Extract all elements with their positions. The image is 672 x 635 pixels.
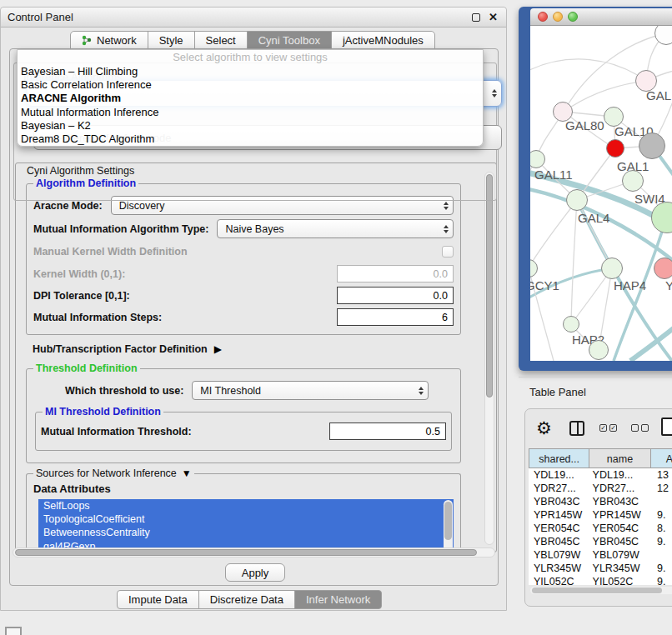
combo-arrows-icon	[444, 220, 449, 238]
tab-style[interactable]: Style	[148, 31, 195, 50]
apply-button[interactable]: Apply	[225, 563, 285, 582]
attributes-scrollbar[interactable]	[444, 500, 453, 552]
network-node-gal1-red[interactable]	[606, 139, 624, 158]
node-label-y: Y	[665, 278, 672, 292]
cell: YBL079W	[589, 548, 650, 562]
zoom-traffic-light[interactable]	[568, 12, 578, 22]
tab-jactivemnodules[interactable]: jActiveMNodules	[331, 31, 435, 50]
table-row[interactable]: YPR145WYPR145W9.	[529, 508, 672, 522]
table-row[interactable]: YBR045CYBR045C9.	[529, 535, 672, 548]
close-traffic-light[interactable]	[538, 12, 548, 22]
cell: 13	[650, 468, 672, 482]
column-header-shared[interactable]: shared...	[529, 448, 589, 468]
minimize-traffic-light[interactable]	[553, 12, 563, 22]
kernel-width-field[interactable]	[337, 265, 454, 282]
attribute-item-topologicalcoefficient[interactable]: TopologicalCoefficient	[38, 512, 454, 526]
mi-steps-field[interactable]	[337, 308, 454, 326]
table-row[interactable]: YLR345WYLR345W9.	[529, 562, 672, 575]
network-window-titlebar	[530, 8, 672, 26]
algorithm-option-dream8-dc-tdc-algorithm[interactable]: Dream8 DC_TDC Algorithm	[18, 132, 483, 146]
new-table-icon[interactable]	[661, 418, 672, 436]
mi-threshold-field[interactable]	[329, 422, 446, 440]
which-threshold-combobox[interactable]: MI Threshold	[192, 381, 429, 400]
column-header-a[interactable]: A	[650, 448, 672, 468]
split-columns-icon[interactable]	[569, 421, 584, 436]
table-row[interactable]: YBR043CYBR043C	[529, 495, 672, 508]
table-header-row: shared...nameA	[529, 448, 672, 468]
tab-infer-network[interactable]: Infer Network	[294, 590, 382, 609]
table-panel: ⚙ ✓✓ shared...nameA YDL19...YDL19...13YD…	[524, 408, 672, 607]
network-canvas[interactable]: GALGAL80GAL10GAL1GAL11SWI4GAL4GCY1HAP4YH…	[530, 26, 672, 361]
cell: YBR043C	[529, 495, 589, 508]
cell: YBR045C	[589, 535, 650, 548]
minimized-panel-icon[interactable]	[5, 627, 22, 635]
network-node-swi4-node[interactable]	[622, 170, 644, 192]
node-label-gal80: GAL80	[565, 118, 604, 132]
algorithm-option-mutual-information-inference[interactable]: Mutual Information Inference	[18, 106, 483, 119]
mi-algorithm-type-label: Mutual Information Algorithm Type:	[33, 223, 208, 235]
cell: YLR345W	[529, 562, 589, 575]
manual-kernel-width-checkbox[interactable]	[442, 246, 454, 258]
control-panel-body: Inference Algorithms gal-filtered.sif de…	[9, 48, 499, 586]
table-row[interactable]: YIL052CYIL052C9.	[529, 575, 672, 585]
table-row[interactable]: YDL19...YDL19...13	[529, 468, 672, 482]
column-header-name[interactable]: name	[589, 448, 650, 468]
algorithm-option-aracne-algorithm[interactable]: ARACNE Algorithm	[18, 92, 483, 105]
control-panel-tab-bar: NetworkStyleSelectCyni ToolboxjActiveMNo…	[71, 31, 435, 50]
attribute-item-betweennesscentrality[interactable]: BetweennessCentrality	[38, 526, 454, 539]
panel-divider	[519, 377, 672, 378]
cyni-algorithm-settings-group: Cyni Algorithm Settings Algorithm Defini…	[15, 162, 497, 552]
settings-horizontal-scrollbar[interactable]	[13, 548, 495, 558]
network-node-gray-node[interactable]	[639, 132, 665, 159]
table-row[interactable]: YBL079WYBL079W	[529, 548, 672, 562]
tab-select[interactable]: Select	[194, 31, 248, 50]
node-table: shared...nameA YDL19...YDL19...13YDR27..…	[529, 448, 672, 585]
deselect-all-columns-icon[interactable]	[631, 424, 649, 432]
which-threshold-value: MI Threshold	[200, 385, 261, 397]
network-node-hap4[interactable]	[601, 258, 623, 279]
dpi-tolerance-field[interactable]	[337, 287, 454, 304]
mi-threshold-label: Mutual Information Threshold:	[41, 426, 192, 438]
settings-vertical-scrollbar[interactable]	[484, 172, 494, 545]
tab-network[interactable]: Network	[70, 31, 148, 50]
tab-cyni-toolbox[interactable]: Cyni Toolbox	[247, 31, 332, 50]
select-all-columns-icon[interactable]: ✓✓	[599, 424, 617, 432]
table-row[interactable]: YER054CYER054C8.	[529, 522, 672, 535]
cell: YIL052C	[529, 575, 589, 585]
cell: 9.	[650, 508, 672, 522]
table-horizontal-scrollbar[interactable]	[530, 587, 672, 594]
hub-definition-label: Hub/Transcription Factor Definition	[33, 343, 208, 355]
network-node-gal4[interactable]	[566, 189, 588, 211]
collapse-down-icon[interactable]: ▼	[182, 468, 192, 479]
gear-icon[interactable]: ⚙	[536, 419, 552, 438]
network-node-bottom-node[interactable]	[589, 340, 609, 360]
cell	[650, 548, 672, 562]
network-node-salmon[interactable]	[654, 258, 672, 279]
cell: 9.	[650, 535, 672, 548]
expand-right-icon: ▶	[214, 343, 222, 355]
tab-impute-data[interactable]: Impute Data	[117, 590, 199, 609]
attribute-item-selfloops[interactable]: SelfLoops	[38, 499, 454, 512]
mi-algorithm-type-combobox[interactable]: Naive Bayes	[217, 219, 454, 238]
cell: YBR043C	[589, 495, 650, 508]
cell: YDL19...	[529, 468, 589, 482]
algorithm-option-bayesian-hill-climbing[interactable]: Bayesian – Hill Climbing	[18, 65, 483, 78]
sources-title-text: Sources for Network Inference	[36, 468, 177, 479]
control-panel-window: Control Panel ✕ NetworkStyleSelectCyni T…	[0, 7, 507, 611]
which-threshold-label: Which threshold to use:	[65, 385, 183, 397]
hub-definition-expander[interactable]: Hub/Transcription Factor Definition ▶	[33, 343, 483, 355]
dpi-tolerance-label: DPI Tolerance [0,1]:	[33, 290, 130, 302]
kernel-width-label: Kernel Width (0,1):	[33, 268, 125, 280]
algorithm-option-bayesian-k2[interactable]: Bayesian – K2	[18, 119, 483, 132]
close-icon[interactable]: ✕	[489, 13, 498, 22]
combo-arrows-icon	[492, 81, 497, 106]
tab-discretize-data[interactable]: Discretize Data	[198, 590, 295, 609]
cell: 9.	[650, 562, 672, 575]
mi-algorithm-type-value: Naive Bayes	[225, 223, 283, 235]
algorithm-option-basic-correlation-inference[interactable]: Basic Correlation Inference	[18, 78, 483, 92]
network-node-hap2[interactable]	[563, 316, 579, 332]
float-window-icon[interactable]	[472, 13, 480, 22]
table-row[interactable]: YDR27...YDR27...12	[529, 482, 672, 495]
cell: YPR145W	[589, 508, 650, 522]
combo-arrows-icon	[419, 382, 424, 399]
